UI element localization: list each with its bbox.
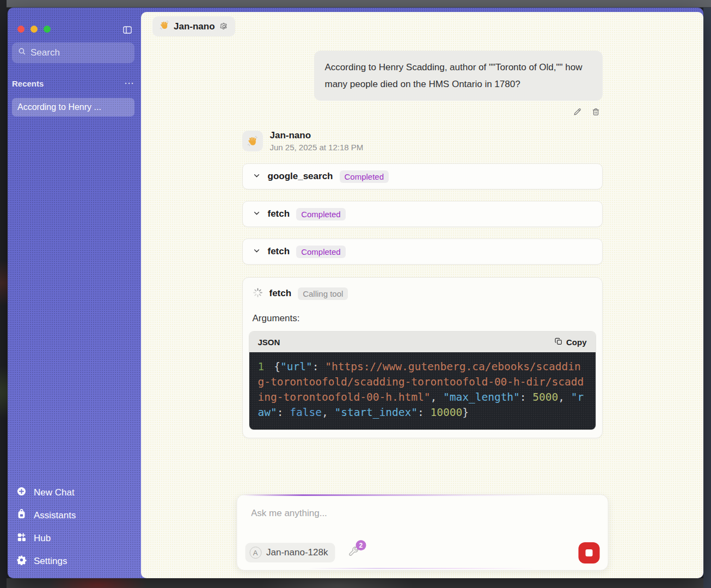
message-actions: [573, 107, 603, 117]
tools-count-badge: 2: [356, 540, 366, 550]
user-message-bubble: According to Henry Scadding, author of "…: [314, 51, 603, 101]
copy-button[interactable]: Copy: [554, 337, 587, 347]
code-block: JSON Copy 1{"url": "https://www.guten: [249, 331, 596, 430]
status-badge: Calling tool: [298, 287, 348, 300]
chat-input[interactable]: [251, 508, 593, 519]
assistant-avatar: [242, 131, 263, 151]
arguments-label: Arguments:: [249, 313, 596, 324]
recents-heading: Recents: [12, 79, 44, 88]
status-badge: Completed: [296, 246, 346, 258]
sidebar-item-assistants[interactable]: Assistants: [16, 509, 136, 523]
thread-settings-gear-icon[interactable]: [219, 22, 229, 31]
gear-icon: [16, 555, 27, 568]
assistant-name: Jan-nano: [270, 130, 364, 141]
model-name: Jan-nano-128k: [266, 547, 328, 558]
close-window-button[interactable]: [17, 26, 24, 33]
sidebar-item-new-chat[interactable]: New Chat: [16, 486, 136, 500]
spinner-icon: [253, 287, 263, 300]
tool-call-card-fetch-active: fetch Calling tool Arguments: JSON: [242, 277, 603, 438]
tool-call-row-fetch-1[interactable]: fetch Completed: [242, 201, 603, 227]
backpack-icon: [16, 509, 27, 522]
chat-panel: Jan-nano According to Henry Scadding, au…: [141, 12, 703, 578]
window-controls: [17, 26, 51, 33]
message-timestamp: Jun 25, 2025 at 12:18 PM: [270, 143, 364, 152]
status-badge: Completed: [340, 170, 389, 183]
stop-generating-button[interactable]: [578, 542, 599, 564]
sidebar-item-settings[interactable]: Settings: [16, 554, 136, 568]
tool-call-row-fetch-2[interactable]: fetch Completed: [242, 238, 603, 265]
search-input[interactable]: Search: [12, 42, 134, 63]
thread-header[interactable]: Jan-nano: [152, 16, 235, 36]
chevron-down-icon[interactable]: [252, 246, 261, 258]
zoom-window-button[interactable]: [44, 26, 51, 33]
copy-icon: [554, 337, 563, 347]
hub-grid-icon: [16, 532, 27, 545]
search-placeholder: Search: [30, 47, 60, 58]
edit-message-icon[interactable]: [573, 107, 582, 117]
recents-more-icon[interactable]: ⋯: [124, 77, 134, 89]
chevron-down-icon[interactable]: [252, 171, 261, 182]
code-content[interactable]: 1{"url": "https://www.gutenberg.ca/ebook…: [249, 352, 596, 430]
tool-call-row-google-search[interactable]: google_search Completed: [242, 163, 603, 189]
tools-button[interactable]: 2: [347, 546, 359, 560]
conversation: According to Henry Scadding, author of "…: [242, 12, 603, 438]
minimize-window-button[interactable]: [30, 26, 38, 33]
stop-icon: [585, 549, 592, 556]
sidebar-bottom-nav: New Chat Assistants: [16, 486, 136, 568]
wave-emoji-icon: [159, 20, 169, 33]
model-provider-icon: A: [249, 547, 261, 559]
sidebar-toggle-icon[interactable]: [122, 25, 133, 35]
chevron-down-icon[interactable]: [252, 209, 261, 220]
app-window: Search Recents ⋯ According to Henry ... …: [8, 8, 703, 578]
plus-circle-icon: [16, 486, 27, 499]
sidebar: Search Recents ⋯ According to Henry ... …: [8, 8, 141, 578]
assistant-header: Jan-nano Jun 25, 2025 at 12:18 PM: [242, 130, 603, 152]
sidebar-item-recent-chat[interactable]: According to Henry ...: [12, 98, 134, 117]
thread-title: Jan-nano: [174, 21, 215, 32]
composer: A Jan-nano-128k 2: [236, 494, 608, 571]
sidebar-item-hub[interactable]: Hub: [16, 531, 136, 546]
code-language-label: JSON: [258, 338, 280, 347]
search-icon: [17, 47, 27, 59]
status-badge: Completed: [296, 208, 346, 220]
model-selector[interactable]: A Jan-nano-128k: [245, 543, 335, 562]
delete-message-icon[interactable]: [591, 107, 600, 117]
